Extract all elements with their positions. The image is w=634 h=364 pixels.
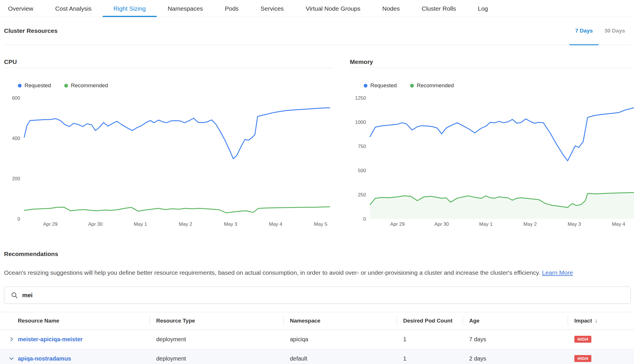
- resource-type-cell: deployment: [150, 330, 283, 349]
- search-icon: [11, 291, 18, 299]
- resource-type-cell: deployment: [150, 349, 283, 364]
- age-cell: 7 days: [463, 330, 568, 349]
- charts-row: CPU Requested Recommended 0200400600Apr …: [4, 58, 634, 228]
- column-header-resource-name[interactable]: Resource Name: [0, 312, 150, 329]
- tab-pods[interactable]: Pods: [214, 0, 250, 17]
- svg-text:250: 250: [358, 192, 366, 198]
- svg-text:May 2: May 2: [523, 221, 537, 227]
- svg-text:May 3: May 3: [224, 221, 237, 227]
- svg-text:600: 600: [12, 95, 20, 101]
- tab-services[interactable]: Services: [250, 0, 295, 17]
- resource-name-link[interactable]: meister-apiciqa-meister: [18, 336, 83, 343]
- tab-nodes[interactable]: Nodes: [371, 0, 411, 17]
- legend-item-recommended: Recommended: [64, 82, 108, 89]
- svg-text:May 2: May 2: [179, 221, 192, 227]
- requested-legend-dot-icon: [364, 84, 367, 88]
- recommendations-section: Recommendations Ocean's resizing suggest…: [4, 251, 631, 364]
- legend-item-requested: Requested: [364, 82, 397, 89]
- cpu-chart-legend: Requested Recommended: [18, 82, 333, 89]
- recommendations-description-text: Ocean's resizing suggestions will help y…: [4, 269, 540, 276]
- search-input[interactable]: [22, 292, 624, 299]
- desired-pod-count-cell: 1: [397, 349, 463, 364]
- svg-text:200: 200: [12, 176, 20, 181]
- impact-header-label: Impact: [574, 318, 592, 324]
- legend-label: Requested: [370, 82, 397, 89]
- legend-label: Recommended: [71, 82, 108, 89]
- top-nav: Overview Cost Analysis Right Sizing Name…: [0, 0, 634, 17]
- svg-text:May 1: May 1: [134, 221, 147, 227]
- tab-overview[interactable]: Overview: [0, 0, 44, 17]
- column-header-impact[interactable]: Impact ↓: [568, 312, 634, 329]
- tab-cluster-rolls[interactable]: Cluster Rolls: [411, 0, 467, 17]
- recommendations-table: Resource Name Resource Type Namespace De…: [0, 312, 634, 364]
- learn-more-link[interactable]: Learn More: [542, 269, 573, 276]
- cluster-resources-header: Cluster Resources 7 Days 30 Days: [4, 17, 631, 45]
- legend-label: Recommended: [417, 82, 454, 89]
- svg-text:Apr 29: Apr 29: [390, 221, 405, 227]
- column-header-namespace[interactable]: Namespace: [283, 312, 397, 329]
- tab-namespaces[interactable]: Namespaces: [157, 0, 214, 17]
- memory-chart-title: Memory: [350, 58, 634, 68]
- svg-text:May 4: May 4: [269, 221, 282, 227]
- range-30-days-button[interactable]: 30 Days: [599, 17, 631, 45]
- tab-cost-analysis[interactable]: Cost Analysis: [44, 0, 103, 17]
- recommendations-title: Recommendations: [4, 251, 631, 257]
- tab-log[interactable]: Log: [467, 0, 499, 17]
- chevron-right-icon[interactable]: [9, 336, 14, 342]
- svg-text:May 1: May 1: [479, 221, 493, 227]
- svg-text:500: 500: [358, 168, 366, 173]
- svg-text:Apr 29: Apr 29: [43, 221, 58, 227]
- namespace-cell: default: [283, 349, 397, 364]
- namespace-cell: apiciqa: [283, 330, 397, 349]
- desired-pod-count-cell: 1: [397, 330, 463, 349]
- svg-text:400: 400: [12, 136, 20, 141]
- range-7-days-button[interactable]: 7 Days: [569, 17, 599, 45]
- recommended-legend-dot-icon: [410, 84, 414, 88]
- cpu-chart-panel: CPU Requested Recommended 0200400600Apr …: [4, 58, 333, 228]
- memory-line-chart: 025050075010001250Apr 29Apr 30May 1May 2…: [350, 92, 634, 228]
- impact-high-badge: HIGH: [574, 336, 591, 343]
- legend-item-requested: Requested: [18, 82, 51, 89]
- cluster-resources-title: Cluster Resources: [4, 27, 58, 34]
- svg-text:Apr 30: Apr 30: [88, 221, 103, 227]
- svg-text:1250: 1250: [355, 95, 366, 101]
- time-range-toggle: 7 Days 30 Days: [569, 17, 631, 45]
- tab-virtual-node-groups[interactable]: Virtual Node Groups: [295, 0, 371, 17]
- table-header-row: Resource Name Resource Type Namespace De…: [0, 312, 634, 330]
- recommendations-description: Ocean's resizing suggestions will help y…: [4, 268, 631, 277]
- resource-name-link[interactable]: apiqa-nostradamus: [18, 355, 71, 362]
- svg-text:May 3: May 3: [568, 221, 581, 227]
- age-cell: 2 days: [463, 349, 568, 364]
- svg-text:May 5: May 5: [314, 221, 327, 227]
- recommended-legend-dot-icon: [64, 84, 68, 88]
- legend-item-recommended: Recommended: [410, 82, 454, 89]
- table-row: apiqa-nostradamus deployment default 1 2…: [0, 349, 634, 364]
- svg-text:Apr 30: Apr 30: [435, 221, 449, 227]
- chevron-down-icon[interactable]: [9, 356, 14, 361]
- requested-legend-dot-icon: [18, 84, 22, 88]
- cpu-chart-title: CPU: [4, 58, 333, 68]
- column-header-desired-pod-count[interactable]: Desired Pod Count: [397, 312, 463, 329]
- svg-text:May 4: May 4: [612, 221, 625, 227]
- svg-text:1000: 1000: [355, 120, 366, 125]
- memory-chart-panel: Memory Requested Recommended 02505007501…: [350, 58, 634, 228]
- table-row: meister-apiciqa-meister deployment apici…: [0, 330, 634, 349]
- column-header-age[interactable]: Age: [463, 312, 568, 329]
- column-header-resource-type[interactable]: Resource Type: [150, 312, 283, 329]
- search-box: [4, 287, 631, 304]
- sort-descending-icon[interactable]: ↓: [595, 318, 598, 324]
- impact-high-badge: HIGH: [574, 355, 591, 362]
- svg-text:0: 0: [18, 216, 20, 222]
- legend-label: Requested: [24, 82, 51, 89]
- svg-text:0: 0: [363, 216, 366, 222]
- tab-right-sizing[interactable]: Right Sizing: [103, 0, 157, 17]
- cpu-line-chart: 0200400600Apr 29Apr 30May 1May 2May 3May…: [4, 92, 333, 228]
- memory-chart-legend: Requested Recommended: [364, 82, 634, 89]
- svg-text:750: 750: [358, 144, 366, 149]
